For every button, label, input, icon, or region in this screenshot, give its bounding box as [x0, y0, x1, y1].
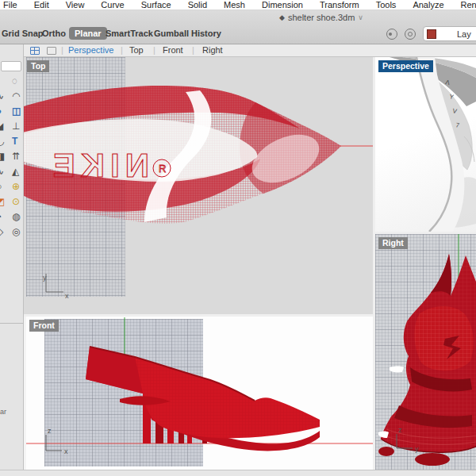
single-viewport-icon[interactable] — [47, 47, 56, 55]
lamp-icon[interactable]: ⊙ — [12, 196, 20, 207]
sphere-icon[interactable]: ● — [0, 106, 2, 117]
tab-front[interactable]: Front — [163, 45, 183, 55]
tab-perspective[interactable]: Perspective — [68, 45, 113, 55]
target-icon[interactable]: ◎ — [12, 226, 20, 237]
quadrant-sphere-icon[interactable]: ◔ — [0, 211, 2, 222]
shoe-shaded-right[interactable] — [378, 254, 476, 466]
menu-analyze[interactable]: Analyze — [413, 0, 443, 10]
sidebar-field[interactable] — [1, 61, 21, 71]
menu-view[interactable]: View — [66, 0, 85, 10]
viewport-edge — [24, 317, 26, 470]
layer-color-swatch[interactable] — [427, 29, 436, 39]
surface-box-icon[interactable]: ◫ — [12, 106, 21, 117]
sidebar-divider — [0, 323, 23, 324]
text-icon[interactable]: T — [12, 136, 17, 147]
menu-solid[interactable]: Solid — [188, 0, 207, 10]
viewport-label-right[interactable]: Right — [378, 237, 408, 249]
selection-filter-icon[interactable]: ◌ — [12, 75, 17, 86]
top-view-canvas[interactable]: NIKE R y x — [24, 57, 373, 314]
cplane-axis-icon — [46, 274, 63, 292]
zoom-lens-icon[interactable]: ⊕ — [12, 181, 20, 192]
osnap-target-icon[interactable] — [405, 29, 416, 40]
document-icon: ◆ — [279, 13, 285, 21]
viewport-right[interactable]: z y Right — [375, 234, 476, 470]
arc-icon[interactable]: ◠ — [12, 90, 20, 102]
status-bar — [0, 470, 476, 476]
menu-transform[interactable]: Transform — [320, 0, 359, 10]
layer-field-text: Lay — [457, 29, 471, 39]
viewport-front[interactable]: z x Front — [26, 317, 373, 470]
menu-render[interactable]: Render — [461, 0, 476, 10]
svg-text:R: R — [159, 163, 166, 175]
menu-surface[interactable]: Surface — [141, 0, 171, 10]
menu-bar: File Edit View Curve Surface Solid Mesh … — [0, 0, 476, 10]
viewport-splitter-horizontal[interactable] — [24, 314, 373, 317]
menu-tools[interactable]: Tools — [376, 0, 397, 10]
sidebar-panel-fragment: ar — [0, 408, 6, 416]
menu-dimension[interactable]: Dimension — [262, 0, 303, 10]
cone-icon[interactable]: ◭ — [12, 166, 19, 177]
circle-icon[interactable]: ○ — [0, 181, 2, 192]
svg-text:x: x — [65, 292, 69, 300]
shoe-wireframe-top[interactable]: NIKE R — [24, 86, 341, 224]
curve-edit-icon[interactable]: ◡ — [0, 136, 4, 147]
freeform-curve-icon[interactable]: ∿ — [0, 166, 4, 177]
four-viewports-icon[interactable] — [30, 47, 40, 55]
viewport-label-top[interactable]: Top — [27, 60, 49, 72]
trim-icon[interactable]: ◢ — [0, 121, 3, 132]
surface-tools-icon[interactable]: ◨ — [0, 151, 5, 162]
svg-text:y: y — [43, 274, 47, 282]
viewport-tab-row: | Perspective | Top | Front | Right — [24, 44, 476, 57]
front-view-canvas[interactable]: z x — [26, 317, 373, 470]
cplane-axis-icon — [46, 435, 62, 451]
chevron-down-icon: ∨ — [358, 13, 363, 21]
tab-right[interactable]: Right — [202, 45, 223, 55]
right-view-canvas[interactable]: z y — [375, 234, 476, 470]
shoe-shaded-front[interactable] — [86, 347, 320, 451]
svg-text:y: y — [415, 445, 419, 453]
history-button[interactable]: History — [191, 27, 221, 40]
brand-engraving: NIKE — [48, 147, 149, 184]
menu-mesh[interactable]: Mesh — [224, 0, 245, 10]
tool-sidebar: ◦◌ ∿◠ ●◫ ◢⊥ ◡T ◨⇈ ∿◭ ○⊕ ◩⊙ ◔◍ ◇◎ ar — [0, 44, 24, 470]
viewport-perspective[interactable]: Λ Y V 7 Perspective — [375, 57, 476, 232]
cplane-icon[interactable]: ⊥ — [12, 121, 20, 132]
layer-field[interactable]: Lay — [423, 26, 476, 41]
grid-snap-button[interactable]: Grid Snap — [2, 27, 44, 40]
control-point-curve-icon[interactable]: ∿ — [0, 90, 4, 102]
menu-edit[interactable]: Edit — [34, 0, 49, 10]
ortho-button[interactable]: Ortho — [42, 27, 66, 40]
viewport-top[interactable]: NIKE R y x Top — [24, 57, 373, 314]
perspective-canvas[interactable]: Λ Y V 7 — [375, 57, 476, 232]
viewport-label-perspective[interactable]: Perspective — [378, 60, 433, 72]
tab-top[interactable]: Top — [129, 45, 144, 55]
viewport-splitter-horizontal[interactable] — [375, 232, 476, 234]
polygon-icon[interactable]: ◇ — [0, 226, 3, 237]
smarttrack-button[interactable]: SmartTrack — [106, 27, 153, 40]
planar-button[interactable]: Planar — [69, 27, 107, 40]
gumball-button[interactable]: Gumball — [154, 27, 189, 40]
menu-curve[interactable]: Curve — [101, 0, 124, 10]
svg-text:z: z — [398, 426, 402, 434]
svg-text:NIKE: NIKE — [48, 147, 149, 184]
record-history-icon[interactable] — [386, 29, 397, 40]
window-title[interactable]: ◆ shelter shoe.3dm ∨ — [279, 12, 363, 23]
viewport-label-front[interactable]: Front — [29, 320, 59, 332]
svg-text:z: z — [48, 427, 52, 435]
svg-text:x: x — [64, 447, 68, 455]
document-title: shelter shoe.3dm — [288, 13, 355, 22]
viewport-splitter-vertical[interactable] — [373, 57, 375, 470]
menu-file[interactable]: File — [3, 0, 17, 10]
shoe-shaded-perspective[interactable]: Λ Y V 7 — [390, 57, 476, 232]
point-cloud-icon[interactable]: ◍ — [12, 211, 20, 222]
gumball-icon[interactable]: ◩ — [0, 196, 5, 207]
array-icon[interactable]: ⇈ — [12, 151, 20, 162]
